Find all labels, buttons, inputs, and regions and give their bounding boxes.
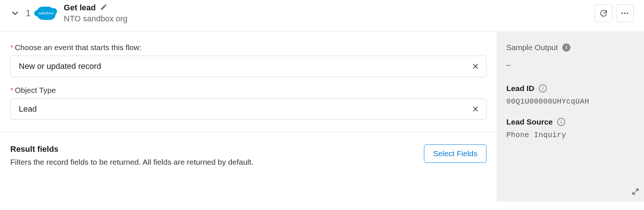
output-label-row: Lead Source i — [506, 118, 634, 126]
step-number: 1 — [26, 8, 31, 18]
info-icon[interactable]: i — [539, 84, 547, 92]
svg-point-2 — [627, 13, 628, 14]
sample-output-panel: Sample Output i – Lead ID i 00Q1U00000UH… — [497, 32, 644, 202]
clear-object-icon[interactable] — [471, 105, 480, 113]
event-select-value: New or updated record — [19, 62, 101, 71]
object-label: *Object Type — [10, 86, 486, 95]
output-group-lead-id: Lead ID i 00Q1U00000UHYcqUAH — [506, 84, 634, 106]
output-label: Lead ID — [506, 84, 534, 93]
body-wrapper: *Choose an event that starts this flow: … — [0, 32, 644, 202]
sample-output-title: Sample Output — [506, 43, 558, 52]
object-select-input[interactable]: Lead — [10, 98, 486, 120]
event-label: *Choose an event that starts this flow: — [10, 43, 486, 52]
main-panel: *Choose an event that starts this flow: … — [0, 32, 497, 202]
step-subtitle: NTO sandbox org — [64, 14, 127, 24]
required-mark-icon: * — [10, 86, 13, 94]
event-select-input[interactable]: New or updated record — [10, 56, 486, 77]
header-actions — [595, 4, 634, 22]
event-field-group: *Choose an event that starts this flow: … — [10, 43, 486, 77]
output-label-row: Lead ID i — [506, 84, 634, 93]
edit-pencil-icon[interactable] — [100, 3, 107, 12]
clear-event-icon[interactable] — [471, 62, 480, 70]
info-icon[interactable]: i — [562, 43, 570, 52]
header-left: 1 salesforce Get lead NTO sandbox org — [10, 3, 128, 24]
result-section: Result fields Filters the record fields … — [0, 132, 497, 175]
result-text: Result fields Filters the record fields … — [10, 144, 254, 167]
output-value: 00Q1U00000UHYcqUAH — [506, 97, 634, 106]
sample-output-dash: – — [506, 61, 634, 69]
svg-point-0 — [622, 13, 623, 14]
step-header: 1 salesforce Get lead NTO sandbox org — [0, 0, 644, 32]
collapse-chevron-icon[interactable] — [10, 8, 20, 18]
info-icon[interactable]: i — [557, 118, 565, 126]
output-group-lead-source: Lead Source i Phone Inquiry — [506, 118, 634, 139]
step-title: Get lead — [64, 3, 96, 13]
more-options-button[interactable] — [616, 4, 634, 22]
sample-output-header: Sample Output i — [506, 43, 634, 52]
select-fields-button[interactable]: Select Fields — [424, 144, 486, 163]
step-text-block: Get lead NTO sandbox org — [64, 3, 127, 24]
output-value: Phone Inquiry — [506, 131, 634, 139]
step-title-row: Get lead — [64, 3, 127, 13]
expand-panel-icon[interactable] — [631, 188, 640, 197]
svg-point-1 — [624, 13, 626, 14]
refresh-button[interactable] — [595, 4, 612, 22]
form-section: *Choose an event that starts this flow: … — [0, 32, 497, 132]
object-field-group: *Object Type Lead — [10, 86, 486, 120]
result-description: Filters the record fields to be returned… — [10, 158, 254, 167]
salesforce-logo-icon: salesforce — [36, 7, 56, 20]
result-title: Result fields — [10, 144, 254, 154]
object-select-value: Lead — [19, 104, 37, 114]
required-mark-icon: * — [10, 43, 13, 52]
output-label: Lead Source — [506, 118, 553, 126]
